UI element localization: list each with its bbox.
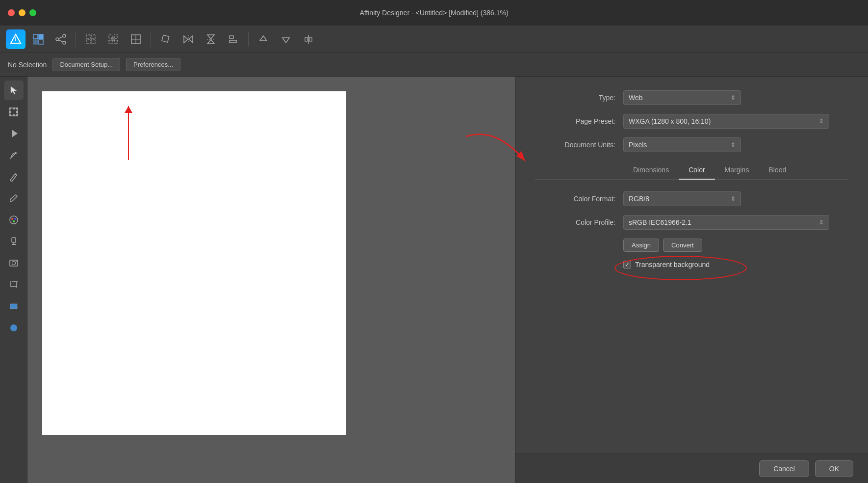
svg-rect-12: [91, 35, 95, 39]
canvas-page: [42, 91, 346, 435]
dialog-content: Type: Web ⇕ Page Preset: WXGA (1280 x 80…: [515, 77, 868, 454]
tab-color[interactable]: Color: [679, 161, 715, 180]
svg-rect-13: [86, 40, 90, 44]
page-preset-select[interactable]: WXGA (1280 x 800, 16:10) ⇕: [623, 114, 829, 129]
color-profile-chevron-icon: ⇕: [819, 219, 824, 226]
affinity-logo-icon[interactable]: [6, 29, 26, 49]
cancel-button[interactable]: Cancel: [759, 460, 809, 477]
svg-rect-11: [86, 35, 90, 39]
transparent-bg-checkbox-item: Transparent background: [623, 261, 710, 268]
document-units-value: Pixels: [629, 141, 647, 149]
brush-tool[interactable]: [4, 188, 24, 208]
color-profile-label: Color Profile:: [535, 218, 623, 226]
svg-rect-43: [16, 111, 18, 113]
circle-tool[interactable]: [4, 318, 24, 338]
color-format-row: Color Format: RGB/8 ⇕: [535, 191, 848, 206]
align-icon[interactable]: [224, 29, 243, 49]
type-label: Type:: [535, 94, 623, 102]
assign-button[interactable]: Assign: [623, 239, 659, 252]
svg-point-60: [16, 261, 17, 262]
svg-rect-30: [230, 36, 233, 38]
snap-icon[interactable]: [81, 29, 101, 49]
pencil-tool[interactable]: [4, 167, 24, 187]
svg-line-50: [15, 174, 17, 175]
svg-rect-3: [39, 34, 43, 39]
main-layout: Type: Web ⇕ Page Preset: WXGA (1280 x 80…: [0, 77, 868, 483]
svg-rect-2: [33, 34, 38, 39]
color-format-select[interactable]: RGB/8 ⇕: [623, 191, 741, 206]
pen-tool[interactable]: [4, 145, 24, 165]
color-format-value: RGB/8: [629, 195, 649, 203]
document-setup-button[interactable]: Document Setup...: [52, 58, 120, 71]
toolbar-separator-1: [76, 32, 76, 47]
studio-icon[interactable]: [28, 29, 48, 49]
svg-rect-36: [309, 37, 312, 41]
document-units-control: Pixels ⇕: [623, 137, 848, 152]
svg-line-10: [59, 40, 63, 42]
svg-rect-5: [39, 40, 43, 44]
grid-snap-icon[interactable]: [103, 29, 123, 49]
svg-marker-37: [11, 86, 17, 94]
svg-rect-46: [16, 114, 18, 116]
rect-tool[interactable]: [4, 296, 24, 316]
photo-tool[interactable]: [4, 253, 24, 273]
layer-up-icon[interactable]: [254, 29, 273, 49]
toolbar-separator-2: [151, 32, 151, 47]
maximize-button[interactable]: [29, 9, 36, 16]
svg-marker-32: [260, 36, 267, 41]
svg-marker-33: [282, 38, 289, 43]
select-tool[interactable]: [4, 80, 24, 100]
share-icon[interactable]: [51, 29, 71, 49]
svg-rect-65: [10, 304, 17, 309]
tab-dimensions[interactable]: Dimensions: [623, 161, 679, 180]
color-format-control: RGB/8 ⇕: [623, 191, 848, 206]
page-preset-control: WXGA (1280 x 800, 16:10) ⇕: [623, 114, 848, 129]
layer-down-icon[interactable]: [276, 29, 296, 49]
svg-rect-31: [230, 40, 236, 43]
distribute-h-icon[interactable]: [299, 29, 318, 49]
type-value: Web: [629, 94, 643, 102]
title-bar: Affinity Designer - <Untitled> [Modified…: [0, 0, 868, 26]
convert-button[interactable]: Convert: [663, 239, 702, 252]
node-tool[interactable]: [4, 124, 24, 143]
transparent-bg-checkbox[interactable]: [623, 261, 631, 268]
canvas-area: [27, 77, 515, 483]
svg-marker-25: [189, 36, 193, 43]
transform-icon[interactable]: [156, 29, 176, 49]
svg-rect-4: [33, 40, 38, 44]
transform-tool[interactable]: [4, 102, 24, 122]
flip-v-icon[interactable]: [201, 29, 221, 49]
color-tool[interactable]: [4, 210, 24, 230]
dialog-footer: Cancel OK: [515, 454, 868, 483]
svg-line-9: [59, 36, 63, 38]
svg-rect-40: [13, 107, 15, 109]
svg-marker-27: [207, 35, 214, 39]
page-preset-row: Page Preset: WXGA (1280 x 800, 16:10) ⇕: [535, 114, 848, 129]
svg-point-53: [14, 218, 16, 220]
color-profile-value: sRGB IEC61966-2.1: [629, 218, 691, 226]
svg-rect-23: [162, 35, 169, 42]
svg-rect-45: [13, 114, 15, 116]
assign-convert-row: Assign Convert: [535, 239, 848, 252]
svg-point-54: [13, 220, 15, 222]
close-button[interactable]: [8, 9, 15, 16]
ok-button[interactable]: OK: [815, 460, 853, 477]
document-units-select[interactable]: Pixels ⇕: [623, 137, 741, 152]
crop-tool[interactable]: [4, 275, 24, 295]
document-units-row: Document Units: Pixels ⇕: [535, 137, 848, 152]
svg-rect-42: [9, 111, 11, 113]
frame-icon[interactable]: [126, 29, 146, 49]
svg-point-6: [63, 34, 66, 37]
glass-tool[interactable]: [4, 232, 24, 251]
svg-rect-44: [9, 114, 11, 116]
type-select[interactable]: Web ⇕: [623, 90, 741, 105]
flip-h-icon[interactable]: [179, 29, 198, 49]
tab-bleed[interactable]: Bleed: [759, 161, 796, 180]
color-format-label: Color Format:: [535, 195, 623, 203]
no-selection-label: No Selection: [8, 61, 47, 69]
minimize-button[interactable]: [19, 9, 26, 16]
tab-margins[interactable]: Margins: [715, 161, 759, 180]
color-profile-select[interactable]: sRGB IEC61966-2.1 ⇕: [623, 215, 829, 230]
preferences-button[interactable]: Preferences...: [126, 58, 180, 71]
svg-rect-55: [12, 238, 16, 242]
